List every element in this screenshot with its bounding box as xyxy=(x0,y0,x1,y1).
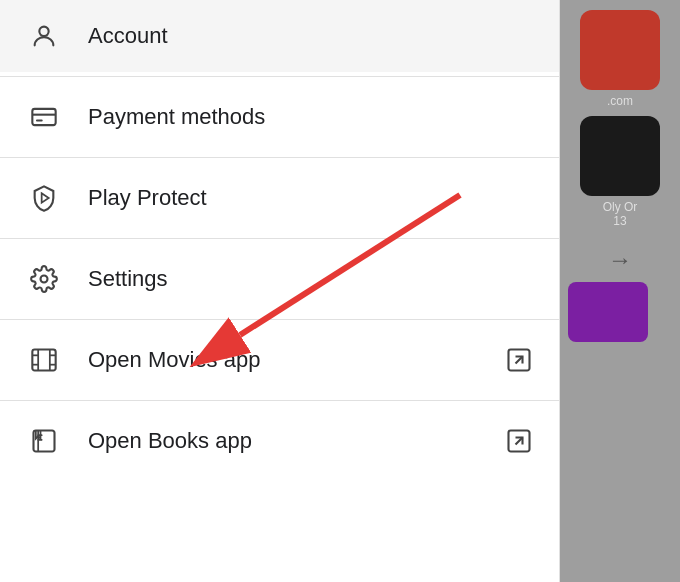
svg-rect-6 xyxy=(32,350,55,371)
background-content: .com Oly Or 13 → xyxy=(560,0,680,582)
bg-dark-icon xyxy=(580,116,660,196)
menu-item-settings[interactable]: Settings xyxy=(0,243,559,315)
bg-arrow: → xyxy=(568,246,672,274)
payment-label: Payment methods xyxy=(88,104,535,130)
shield-play-icon xyxy=(24,178,64,218)
person-icon xyxy=(24,16,64,56)
menu-item-play-protect[interactable]: Play Protect xyxy=(0,162,559,234)
svg-marker-4 xyxy=(42,193,49,202)
bg-app-dark: Oly Or 13 xyxy=(568,116,672,228)
account-label: Account xyxy=(88,23,535,49)
film-icon xyxy=(24,340,64,380)
bg-red-icon xyxy=(580,10,660,90)
bg-dark-subtext: 13 xyxy=(613,214,626,228)
book-icon xyxy=(24,421,64,461)
menu-panel: Account Payment methods Play Protect xyxy=(0,0,560,582)
menu-item-books[interactable]: Open Books app xyxy=(0,405,559,477)
play-protect-label: Play Protect xyxy=(88,185,535,211)
open-books-action-icon xyxy=(503,425,535,457)
gear-icon xyxy=(24,259,64,299)
svg-point-5 xyxy=(41,276,48,283)
divider-2 xyxy=(0,157,559,158)
books-label: Open Books app xyxy=(88,428,503,454)
divider-5 xyxy=(0,400,559,401)
menu-item-account[interactable]: Account xyxy=(0,0,559,72)
movies-label: Open Movies app xyxy=(88,347,503,373)
bg-purple-app xyxy=(568,282,648,342)
menu-item-payment[interactable]: Payment methods xyxy=(0,81,559,153)
divider-3 xyxy=(0,238,559,239)
svg-rect-1 xyxy=(32,109,55,125)
svg-point-0 xyxy=(39,27,48,36)
settings-label: Settings xyxy=(88,266,535,292)
open-movies-action-icon xyxy=(503,344,535,376)
menu-item-movies[interactable]: Open Movies app xyxy=(0,324,559,396)
bg-red-text: .com xyxy=(607,94,633,108)
divider-4 xyxy=(0,319,559,320)
bg-dark-text: Oly Or xyxy=(603,200,638,214)
bg-app-red: .com xyxy=(568,10,672,108)
divider-1 xyxy=(0,76,559,77)
credit-card-icon xyxy=(24,97,64,137)
